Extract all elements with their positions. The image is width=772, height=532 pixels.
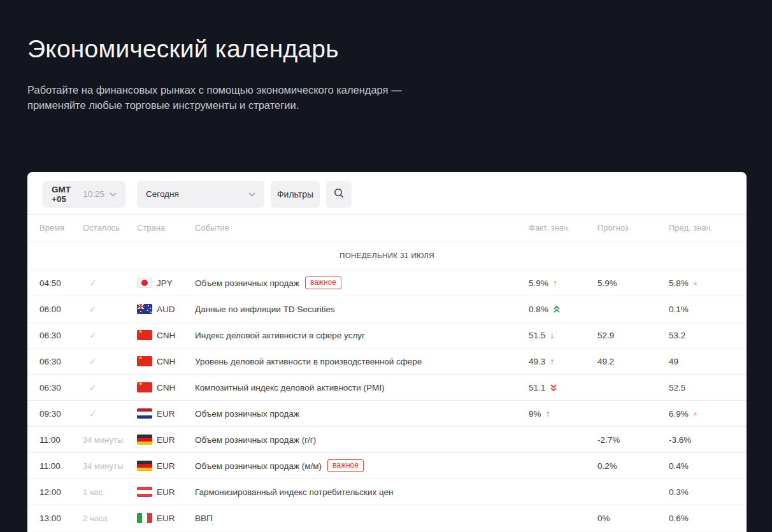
- remaining-time: ✓: [83, 330, 137, 340]
- event-label: Объем розничных продаж (м/м): [195, 461, 322, 471]
- table-body: 04:50✓JPYОбъем розничных продажважное5.9…: [27, 270, 747, 531]
- page-subtitle: Работайте на финансовых рынках с помощью…: [27, 82, 422, 113]
- table-row[interactable]: 04:50✓JPYОбъем розничных продажважное5.9…: [27, 270, 747, 296]
- remaining-time: ✓: [83, 304, 137, 314]
- check-icon: ✓: [89, 408, 97, 419]
- country-cell: EUR: [137, 487, 195, 497]
- column-header-event: Событие: [195, 223, 529, 233]
- table-row[interactable]: 11:0034 минутыEURОбъем розничных продаж …: [27, 453, 747, 479]
- previous-text: 52.5: [669, 383, 685, 392]
- event-label: Уровень деловой активности в производств…: [195, 357, 422, 366]
- check-icon: ✓: [89, 356, 97, 366]
- event-name: Объем розничных продаж: [195, 409, 529, 419]
- flag-icon-australia: [137, 304, 152, 314]
- flag-icon-japan: [137, 278, 152, 288]
- event-time: 06:00: [39, 305, 83, 314]
- event-time: 04:50: [39, 278, 83, 288]
- event-label: Объем розничных продаж: [195, 409, 299, 419]
- previous-text: 6.9%: [669, 409, 689, 419]
- remaining-time: ✓: [83, 356, 137, 366]
- country-cell: EUR: [137, 408, 195, 419]
- flag-icon-italy: [137, 513, 152, 523]
- forecast-value: 0%: [597, 514, 669, 523]
- column-header-actual: Факт. знач.: [529, 223, 597, 233]
- event-time: 11:00: [39, 435, 83, 445]
- currency-code: JPY: [157, 278, 173, 288]
- period-select[interactable]: Сегодня: [137, 181, 264, 208]
- previous-text: 53.2: [669, 331, 685, 340]
- table-row[interactable]: 12:001 часEURГармонизированный индекс по…: [27, 479, 747, 505]
- page-title: Экономический календарь: [27, 35, 747, 63]
- event-name: Уровень деловой активности в производств…: [195, 357, 529, 366]
- previous-value: 5.8%*: [669, 278, 747, 288]
- arrow-up-icon: ↑: [550, 356, 554, 366]
- column-header-country: Страна: [137, 223, 195, 233]
- actual-text: 51.5: [529, 331, 545, 340]
- search-button[interactable]: [326, 181, 352, 208]
- column-header-previous: Пред. знач.: [669, 223, 747, 233]
- star-icon: *: [694, 278, 697, 288]
- arrow-down-icon: ↓: [550, 330, 554, 340]
- flag-icon-china: [137, 330, 152, 340]
- previous-text: 5.8%: [669, 278, 689, 288]
- event-time: 12:00: [39, 487, 83, 497]
- forecast-value: 0.2%: [597, 461, 669, 471]
- double-chevron-down-icon: [550, 384, 557, 392]
- previous-value: 0.1%: [669, 305, 747, 314]
- event-label: ВВП: [195, 514, 213, 523]
- flag-icon-china: [137, 356, 152, 366]
- timezone-select[interactable]: GMT +05 10:25: [43, 181, 125, 208]
- remaining-time: ✓: [83, 408, 137, 419]
- event-name: Объем розничных продаж (м/м)важное: [195, 459, 529, 472]
- actual-text: 0.8%: [529, 305, 548, 314]
- event-time: 06:30: [39, 357, 83, 366]
- calendar-toolbar: GMT +05 10:25 Сегодня Фильтры: [27, 172, 747, 214]
- actual-value: 0.8%: [529, 305, 597, 314]
- previous-value: 6.9%*: [669, 409, 747, 419]
- event-label: Объем розничных продаж (г/г): [195, 435, 316, 445]
- remaining-time: ✓: [83, 382, 137, 392]
- table-row[interactable]: 09:30✓EURОбъем розничных продаж9%↑6.9%*: [27, 401, 747, 427]
- country-cell: CNH: [137, 382, 195, 392]
- country-cell: CNH: [137, 356, 195, 366]
- star-icon: *: [694, 409, 697, 419]
- forecast-value: -2.7%: [597, 435, 669, 445]
- event-label: Данные по инфляции TD Securities: [195, 305, 335, 314]
- forecast-value: 52.9: [597, 331, 669, 340]
- event-time: 06:30: [39, 383, 83, 392]
- table-row[interactable]: 06:00✓AUDДанные по инфляции TD Securitie…: [27, 296, 747, 322]
- chevron-down-icon: [110, 189, 117, 199]
- country-cell: EUR: [137, 513, 195, 523]
- currency-code: CNH: [157, 331, 175, 340]
- table-row[interactable]: 06:30✓CNHИндекс деловой активности в сфе…: [27, 322, 747, 349]
- table-row[interactable]: 06:30✓CNHУровень деловой активности в пр…: [27, 349, 747, 375]
- previous-text: -3.6%: [669, 435, 691, 445]
- importance-badge: важное: [305, 277, 341, 289]
- period-value: Сегодня: [146, 189, 179, 199]
- previous-text: 0.4%: [669, 461, 689, 471]
- previous-value: 53.2: [669, 331, 747, 340]
- country-cell: EUR: [137, 435, 195, 445]
- flag-icon-austria: [137, 487, 152, 497]
- country-cell: EUR: [137, 461, 195, 471]
- table-row[interactable]: 11:0034 минутыEURОбъем розничных продаж …: [27, 427, 747, 453]
- table-row[interactable]: 06:30✓CNHКомпозитный индекс деловой акти…: [27, 375, 747, 401]
- previous-value: 0.6%: [669, 514, 747, 523]
- filters-button[interactable]: Фильтры: [271, 181, 320, 208]
- arrow-up-icon: ↑: [553, 278, 557, 288]
- event-label: Композитный индекс деловой активности (P…: [195, 383, 385, 392]
- event-time: 11:00: [39, 461, 83, 471]
- country-cell: AUD: [137, 304, 195, 314]
- actual-value: 9%↑: [529, 408, 597, 419]
- currency-code: AUD: [157, 305, 175, 314]
- table-row[interactable]: 13:002 часаEURВВП0%0.6%: [27, 505, 747, 531]
- event-name: Гармонизированный индекс потребительских…: [195, 487, 529, 497]
- forecast-value: 5.9%: [597, 278, 669, 288]
- previous-value: 0.4%: [669, 461, 747, 471]
- event-time: 09:30: [39, 409, 83, 419]
- actual-value: 51.5↓: [529, 330, 597, 340]
- remaining-time: ✓: [83, 278, 137, 288]
- previous-value: 0.3%: [669, 487, 747, 497]
- actual-text: 51.1: [529, 383, 545, 392]
- flag-icon-germany: [137, 435, 152, 445]
